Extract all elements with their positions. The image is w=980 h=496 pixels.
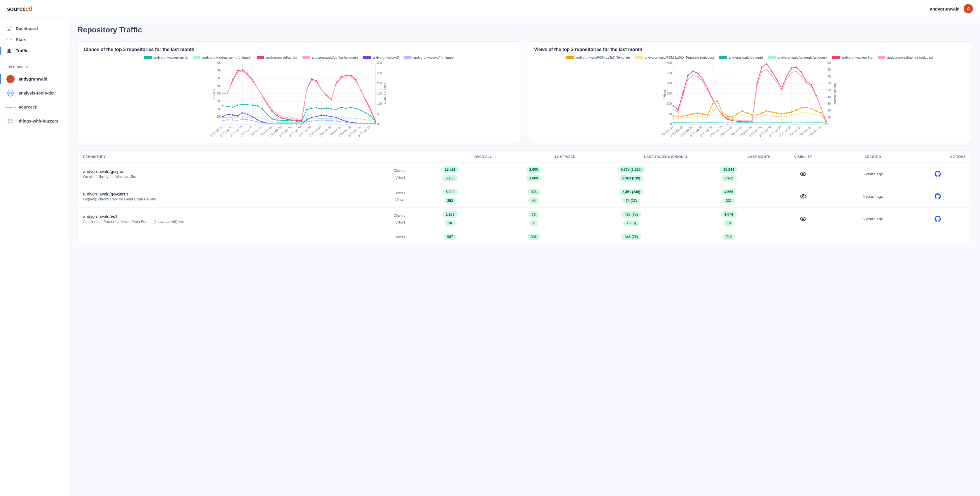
github-icon[interactable] xyxy=(934,171,941,177)
th-overall[interactable]: OVER ALL xyxy=(408,155,492,158)
svg-point-447 xyxy=(673,105,674,107)
legend-item[interactable]: andygrunwald/FOM-LaTeX-Template xyxy=(566,56,630,59)
eye-icon[interactable] xyxy=(800,215,807,222)
legend-item[interactable]: andygrunwald/FOM-LaTeX-Template (uniques… xyxy=(635,56,714,59)
svg-point-466 xyxy=(766,63,768,65)
integration-item-sourcectl[interactable]: sourcectlsourcectl xyxy=(0,100,68,114)
avatar[interactable]: A xyxy=(964,4,973,13)
svg-point-378 xyxy=(806,112,807,113)
svg-point-186 xyxy=(331,98,332,99)
integration-item-andygrunwald[interactable]: andygrunwald xyxy=(0,72,68,86)
svg-text:250: 250 xyxy=(667,72,672,75)
legend-swatch xyxy=(257,56,264,59)
svg-point-179 xyxy=(296,118,298,120)
svg-point-490 xyxy=(727,118,728,119)
legend-label: andygrunwald/go-gerrit (uniques) xyxy=(202,56,251,59)
legend-item[interactable]: andygrunwald/go-gerrit (uniques) xyxy=(768,56,827,59)
svg-point-507 xyxy=(811,86,812,87)
svg-point-122 xyxy=(331,118,332,119)
svg-point-483 xyxy=(692,75,694,76)
svg-point-450 xyxy=(687,75,689,76)
svg-point-253 xyxy=(345,122,347,123)
clones-month-badge: 1,074 xyxy=(721,211,737,218)
svg-text:100: 100 xyxy=(667,102,672,105)
svg-point-174 xyxy=(272,109,273,110)
th-last-month[interactable]: LAST MONTH xyxy=(687,155,771,158)
svg-point-199 xyxy=(237,115,238,117)
user-menu[interactable]: andygrunwald A xyxy=(930,4,973,13)
svg-point-255 xyxy=(355,123,357,124)
th-last-2-weeks[interactable]: LAST 2 WEEKS (UNIQUE) xyxy=(576,155,687,158)
svg-point-474 xyxy=(806,81,807,82)
legend-item[interactable]: andygrunwald/go-jira (uniques) xyxy=(878,56,933,59)
sidebar-item-stars[interactable]: Stars xyxy=(0,34,68,45)
sidebar-item-label: Traffic xyxy=(16,48,29,53)
views-month-badge: 10 xyxy=(723,220,734,226)
logo[interactable]: sourcectl xyxy=(7,6,32,12)
svg-point-109 xyxy=(267,120,268,121)
svg-point-180 xyxy=(301,118,302,120)
svg-point-91 xyxy=(336,108,337,110)
eye-icon[interactable] xyxy=(800,193,807,199)
legend-item[interactable]: andygrunwald/go-gerrit xyxy=(719,56,763,59)
sidebar-item-traffic[interactable]: Traffic xyxy=(0,45,68,56)
svg-text:300: 300 xyxy=(377,62,382,64)
svg-point-197 xyxy=(227,113,229,115)
svg-point-509 xyxy=(821,107,822,109)
views-month-badge: 221 xyxy=(722,198,735,204)
svg-point-195 xyxy=(375,120,377,121)
legend-item[interactable]: andygrunwald/vdf xyxy=(363,56,399,59)
repo-cell[interactable]: andygrunwald/vdfA Lexer and Parser for V… xyxy=(83,214,325,224)
svg-point-444 xyxy=(816,122,817,123)
repo-cell[interactable]: andygrunwald/go-gerritGo(lang) client/li… xyxy=(83,192,325,201)
svg-text:50: 50 xyxy=(377,112,381,116)
legend-item[interactable]: andygrunwald/go-gerrit xyxy=(144,56,188,59)
clones-overall-badge: 13,521 xyxy=(441,166,459,173)
clones-week-badge: 76 xyxy=(528,211,539,218)
svg-point-380 xyxy=(816,114,817,116)
eye-icon[interactable] xyxy=(800,171,807,177)
svg-point-329 xyxy=(722,112,723,114)
svg-point-465 xyxy=(761,67,763,68)
home-icon xyxy=(6,26,12,31)
github-icon[interactable] xyxy=(934,215,941,222)
svg-point-343 xyxy=(791,112,792,113)
svg-point-344 xyxy=(795,109,797,111)
svg-point-89 xyxy=(326,107,327,109)
svg-point-372 xyxy=(776,116,778,117)
svg-point-416 xyxy=(678,122,679,123)
svg-point-80 xyxy=(281,120,283,121)
svg-point-321 xyxy=(682,116,684,117)
legend-item[interactable]: andygrunwald/go-jira xyxy=(257,56,297,59)
repo-cell[interactable]: andygrunwald/go-jiraGo client library fo… xyxy=(83,169,325,179)
legend-item[interactable]: andygrunwald/go-jira xyxy=(832,56,873,59)
integration-item-things-with-buzzers[interactable]: things-with-buzzers xyxy=(0,114,68,128)
svg-point-257 xyxy=(365,123,367,124)
legend-item[interactable]: andygrunwald/go-jira (uniques) xyxy=(302,56,358,59)
svg-point-324 xyxy=(697,112,698,114)
svg-point-234 xyxy=(252,120,253,121)
svg-point-110 xyxy=(272,121,273,123)
svg-point-164 xyxy=(222,93,224,94)
integration-item-analysis-tools-dev[interactable]: analysis-tools-dev xyxy=(0,86,68,100)
repo-cell[interactable] xyxy=(83,237,325,238)
svg-point-482 xyxy=(687,79,689,80)
svg-point-334 xyxy=(746,112,748,114)
th-last-week[interactable]: LAST WEEK xyxy=(492,155,576,158)
legend-item[interactable]: andygrunwald/go-gerrit (uniques) xyxy=(193,56,251,59)
legend-item[interactable]: andygrunwald/vdf (uniques) xyxy=(404,56,454,59)
svg-point-235 xyxy=(257,121,258,123)
clones-overall-badge: 5,900 xyxy=(442,189,458,195)
integration-label: things-with-buzzers xyxy=(19,119,58,123)
github-icon[interactable] xyxy=(934,193,941,199)
svg-point-337 xyxy=(761,112,763,114)
svg-point-102 xyxy=(232,117,233,118)
th-created[interactable]: CREATED xyxy=(835,155,910,158)
svg-point-213 xyxy=(306,119,307,121)
sidebar-item-dashboard[interactable]: Dashboard xyxy=(0,23,68,34)
svg-point-436 xyxy=(776,122,778,123)
legend-label: andygrunwald/go-jira xyxy=(266,56,297,59)
svg-point-241 xyxy=(286,123,288,124)
legend-label: andygrunwald/go-jira xyxy=(842,56,873,59)
svg-point-326 xyxy=(707,114,708,116)
